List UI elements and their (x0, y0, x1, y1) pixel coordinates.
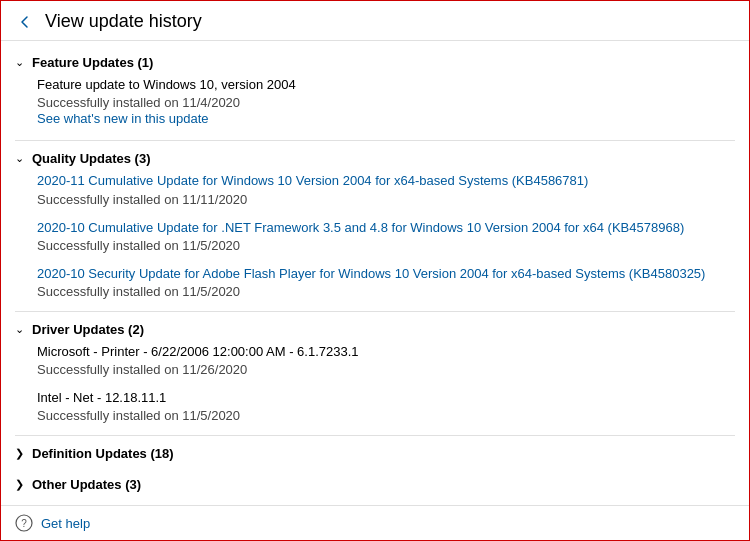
chevron-down-icon: ⌄ (15, 56, 24, 69)
section-header-driver-updates[interactable]: ⌄ Driver Updates (2) (1, 316, 749, 343)
section-title-quality-updates: Quality Updates (3) (32, 151, 150, 166)
section-header-definition-updates[interactable]: ❯ Definition Updates (18) (1, 440, 749, 467)
window: View update history ⌄ Feature Updates (1… (0, 0, 750, 541)
chevron-right-icon: ❯ (15, 478, 24, 491)
footer: ? Get help (1, 505, 749, 540)
see-whats-new-link[interactable]: See what's new in this update (37, 110, 735, 128)
get-help-link[interactable]: Get help (41, 516, 90, 531)
section-title-definition-updates: Definition Updates (18) (32, 446, 174, 461)
list-item: 2020-10 Cumulative Update for .NET Frame… (37, 219, 735, 253)
update-name: Feature update to Windows 10, version 20… (37, 77, 296, 92)
list-item: Feature update to Windows 10, version 20… (37, 76, 735, 128)
quality-update-link-3[interactable]: 2020-10 Security Update for Adobe Flash … (37, 265, 735, 283)
quality-update-link-2[interactable]: 2020-10 Cumulative Update for .NET Frame… (37, 219, 735, 237)
section-body-driver-updates: Microsoft - Printer - 6/22/2006 12:00:00… (1, 343, 749, 423)
list-item: 2020-10 Security Update for Adobe Flash … (37, 265, 735, 299)
list-item: Intel - Net - 12.18.11.1 Successfully in… (37, 389, 735, 423)
update-status: Successfully installed on 11/11/2020 (37, 192, 735, 207)
section-title-feature-updates: Feature Updates (1) (32, 55, 153, 70)
section-body-feature-updates: Feature update to Windows 10, version 20… (1, 76, 749, 128)
driver-name-1: Microsoft - Printer - 6/22/2006 12:00:00… (37, 344, 359, 359)
section-header-feature-updates[interactable]: ⌄ Feature Updates (1) (1, 49, 749, 76)
divider (15, 140, 735, 141)
section-definition-updates: ❯ Definition Updates (18) (1, 440, 749, 467)
update-status: Successfully installed on 11/5/2020 (37, 284, 735, 299)
section-title-driver-updates: Driver Updates (2) (32, 322, 144, 337)
header: View update history (1, 1, 749, 41)
list-item: Microsoft - Printer - 6/22/2006 12:00:00… (37, 343, 735, 377)
section-title-other-updates: Other Updates (3) (32, 477, 141, 492)
quality-update-link-1[interactable]: 2020-11 Cumulative Update for Windows 10… (37, 172, 735, 190)
driver-name-2: Intel - Net - 12.18.11.1 (37, 390, 166, 405)
back-button[interactable] (15, 12, 35, 32)
section-feature-updates: ⌄ Feature Updates (1) Feature update to … (1, 49, 749, 128)
update-status: Successfully installed on 11/4/2020 (37, 95, 735, 110)
update-status: Successfully installed on 11/26/2020 (37, 362, 735, 377)
update-status: Successfully installed on 11/5/2020 (37, 408, 735, 423)
svg-text:?: ? (21, 518, 27, 529)
section-body-quality-updates: 2020-11 Cumulative Update for Windows 10… (1, 172, 749, 299)
section-header-other-updates[interactable]: ❯ Other Updates (3) (1, 471, 749, 498)
chevron-down-icon: ⌄ (15, 323, 24, 336)
update-status: Successfully installed on 11/5/2020 (37, 238, 735, 253)
content-area: ⌄ Feature Updates (1) Feature update to … (1, 41, 749, 505)
divider (15, 311, 735, 312)
section-header-quality-updates[interactable]: ⌄ Quality Updates (3) (1, 145, 749, 172)
chevron-down-icon: ⌄ (15, 152, 24, 165)
section-driver-updates: ⌄ Driver Updates (2) Microsoft - Printer… (1, 316, 749, 423)
divider (15, 435, 735, 436)
section-other-updates: ❯ Other Updates (3) (1, 471, 749, 498)
get-help-icon: ? (15, 514, 33, 532)
list-item: 2020-11 Cumulative Update for Windows 10… (37, 172, 735, 206)
page-title: View update history (45, 11, 202, 32)
section-quality-updates: ⌄ Quality Updates (3) 2020-11 Cumulative… (1, 145, 749, 299)
chevron-right-icon: ❯ (15, 447, 24, 460)
